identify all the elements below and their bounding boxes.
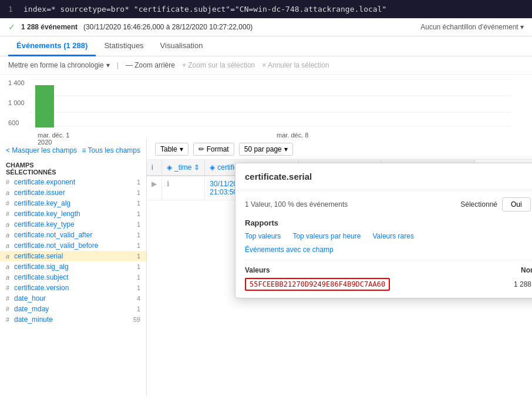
chart-y-labels: 1 400 1 000 600 bbox=[8, 79, 25, 126]
main-content: < Masquer les champs ≡ Tous les champs C… bbox=[0, 139, 532, 395]
tabs-bar: Événements (1 288) Statistiques Visualis… bbox=[0, 36, 532, 56]
tab-visualization[interactable]: Visualisation bbox=[152, 36, 211, 56]
selected-label: Sélectionné bbox=[460, 200, 497, 209]
col-expand: i bbox=[147, 160, 162, 176]
query-text: index=* sourcetype=bro* "certificate.sub… bbox=[23, 5, 386, 14]
tab-statistics[interactable]: Statistiques bbox=[96, 36, 151, 56]
timeline-controls: Mettre en forme la chronologie ▾ | — Zoo… bbox=[0, 56, 532, 75]
certificate-serial-modal: certificate.serial × 1 Valeur, 100 % des… bbox=[235, 163, 532, 298]
sidebar-field-subject[interactable]: a certificate.subject 1 bbox=[0, 272, 146, 283]
fields-section-label: CHAMPSSÉLECTIONNÉS bbox=[0, 159, 146, 177]
date-range: (30/11/2020 16:46:26,000 à 28/12/2020 10… bbox=[83, 23, 252, 31]
sidebar-field-not-valid-after[interactable]: a certificate.not_valid_after 1 bbox=[0, 230, 146, 240]
results-bar: ✓ 1 288 événement (30/11/2020 16:46:26,0… bbox=[0, 18, 532, 36]
oui-button[interactable]: Oui bbox=[502, 197, 531, 211]
zoom-on-label: + Zoom sur la sélection bbox=[182, 61, 255, 69]
sidebar-field-key-alg[interactable]: # certificate.key_alg 1 bbox=[0, 198, 146, 209]
sidebar-field-serial[interactable]: a certificate.serial 1 bbox=[0, 251, 146, 261]
sidebar-field-date-hour[interactable]: # date_hour 4 bbox=[0, 293, 146, 304]
modal-values-header: Valeurs Nombre % bbox=[245, 266, 532, 274]
modal-links: Top valeurs Top valeurs par heure Valeur… bbox=[245, 232, 532, 240]
sidebar-field-sig-alg[interactable]: a certificate.sig_alg 1 bbox=[0, 261, 146, 272]
value-count: 1 288 bbox=[508, 280, 531, 288]
format-button[interactable]: ✏ Format bbox=[193, 143, 234, 156]
y-label-3: 600 bbox=[8, 119, 25, 126]
all-fields-button[interactable]: ≡ Tous les champs bbox=[82, 146, 141, 154]
chart-area: 1 400 1 000 600 mar. déc. 12020 mar. déc… bbox=[0, 75, 532, 139]
hide-fields-button[interactable]: < Masquer les champs bbox=[6, 146, 77, 154]
modal-body: 1 Valeur, 100 % des événements Sélection… bbox=[235, 190, 532, 298]
per-page-button[interactable]: 50 par page ▾ bbox=[239, 143, 293, 156]
query-bar: 1 index=* sourcetype=bro* "certificate.s… bbox=[0, 0, 532, 18]
sample-dropdown[interactable]: Aucun échantillon d'événement ▾ bbox=[420, 23, 524, 31]
sidebar-header: < Masquer les champs ≡ Tous les champs bbox=[0, 144, 146, 159]
evenements-champ-link[interactable]: Événements avec ce champ bbox=[245, 246, 334, 254]
sidebar-field-key-length[interactable]: # certificate.key_length 1 bbox=[0, 209, 146, 219]
sidebar-field-version[interactable]: # certificate.version 1 bbox=[0, 283, 146, 293]
top-valeurs-heure-link[interactable]: Top valeurs par heure bbox=[292, 232, 361, 240]
chart-svg bbox=[29, 79, 511, 127]
rapports-label: Rapports bbox=[245, 219, 532, 227]
sidebar-field-not-valid-before[interactable]: a certificate.not_valid_before 1 bbox=[0, 240, 146, 251]
sidebar-field-date-minute[interactable]: # date_minute 59 bbox=[0, 314, 146, 325]
check-icon: ✓ bbox=[8, 22, 15, 32]
nombre-label: Nombre bbox=[521, 266, 532, 274]
modal-summary-text: 1 Valeur, 100 % des événements bbox=[245, 200, 348, 209]
y-label-2: 1 000 bbox=[8, 99, 25, 106]
sidebar-field-date-mday[interactable]: # date_mday 1 bbox=[0, 304, 146, 314]
x-label-1: mar. déc. 12020 bbox=[38, 132, 69, 146]
zoom-back-label[interactable]: — Zoom arrière bbox=[126, 61, 175, 69]
modal-value-row: 55FCEEBB21270D9249E86F4B9DC7AA60 1 288 1… bbox=[245, 278, 532, 291]
y-label-1: 1 400 bbox=[8, 79, 25, 86]
table-button[interactable]: Table ▾ bbox=[155, 143, 188, 156]
query-line-number: 1 bbox=[8, 5, 18, 14]
modal-title: certificate.serial bbox=[245, 172, 312, 182]
col-time[interactable]: ◈_time⇕ bbox=[162, 160, 205, 176]
sidebar: < Masquer les champs ≡ Tous les champs C… bbox=[0, 139, 147, 395]
valeurs-label: Valeurs bbox=[245, 266, 270, 274]
sidebar-field-issuer[interactable]: a certificate.issuer 1 bbox=[0, 187, 146, 198]
modal-header: certificate.serial × bbox=[235, 163, 532, 190]
expand-cell[interactable]: ▶ bbox=[147, 176, 162, 200]
sidebar-field-exponent[interactable]: # certificate.exponent 1 bbox=[0, 177, 146, 187]
modal-divider bbox=[245, 260, 532, 260]
serial-value[interactable]: 55FCEEBB21270D9249E86F4B9DC7AA60 bbox=[245, 278, 390, 291]
modal-buttons: Oui Non bbox=[502, 197, 532, 211]
tab-events[interactable]: Événements (1 288) bbox=[8, 36, 96, 56]
top-valeurs-link[interactable]: Top valeurs bbox=[245, 232, 281, 240]
format-timeline-button[interactable]: Mettre en forme la chronologie ▾ bbox=[8, 61, 110, 69]
modal-summary: 1 Valeur, 100 % des événements Sélection… bbox=[245, 197, 532, 211]
svg-rect-4 bbox=[35, 85, 54, 127]
info-cell[interactable]: ℹ bbox=[162, 176, 205, 200]
sidebar-field-key-type[interactable]: a certificate.key_type 1 bbox=[0, 219, 146, 230]
valeurs-rares-link[interactable]: Valeurs rares bbox=[372, 232, 413, 240]
table-toolbar: Table ▾ ✏ Format 50 par page ▾ bbox=[147, 139, 532, 160]
cancel-selection-label: × Annuler la sélection bbox=[262, 61, 329, 69]
events-count: 1 288 événement bbox=[21, 23, 78, 31]
data-area: Table ▾ ✏ Format 50 par page ▾ i ◈_time⇕… bbox=[147, 139, 532, 395]
